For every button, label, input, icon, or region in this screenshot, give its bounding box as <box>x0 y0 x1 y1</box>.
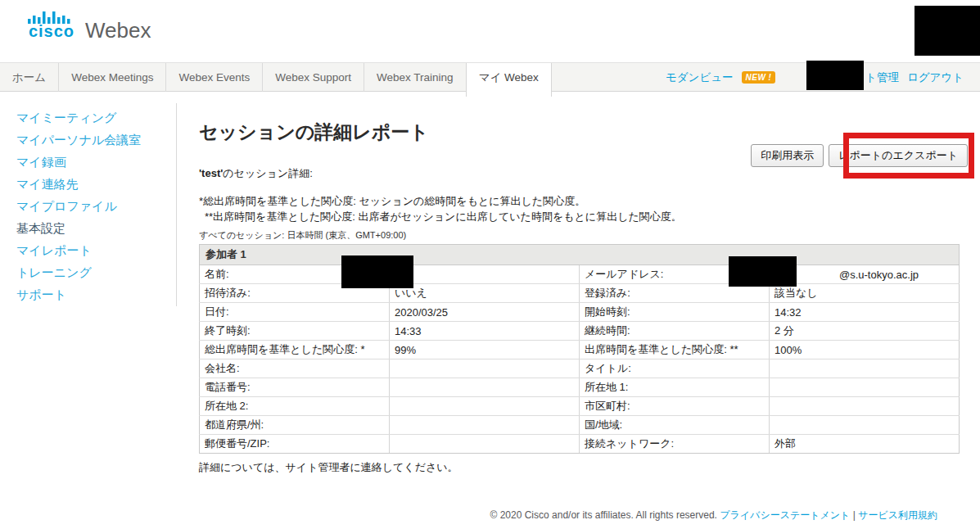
table-value-cell: 99% <box>390 341 580 359</box>
sidebar-item[interactable]: 基本設定 <box>16 217 172 239</box>
table-row: 招待済み:いいえ登録済み:該当なし <box>200 284 960 303</box>
table-label-cell: 出席時間を基準とした関心度: ** <box>580 341 770 359</box>
table-value-cell <box>770 416 960 435</box>
nav-tab[interactable]: Webex Events <box>166 63 263 92</box>
table-value-cell: 2 分 <box>770 322 960 341</box>
table-label-cell: 会社名: <box>200 359 390 378</box>
copyright-text: © 2020 Cisco and/or its affiliates. All … <box>490 509 716 521</box>
table-value-cell: 14:33 <box>390 322 580 341</box>
webex-wordmark: Webex <box>85 20 151 40</box>
participant-table-header: 参加者 1 <box>200 245 960 265</box>
nav-tab[interactable]: Webex Meetings <box>59 63 166 92</box>
privacy-statement-link[interactable]: プライバシーステートメント <box>720 509 850 521</box>
table-label-cell: 国/地域: <box>580 416 770 435</box>
print-view-button[interactable]: 印刷用表示 <box>751 144 824 167</box>
logout-link[interactable]: ログアウト <box>907 70 964 85</box>
sidebar-item[interactable]: マイレポート <box>16 239 172 261</box>
table-label-cell: 都道府県/州: <box>200 416 390 435</box>
table-label-cell: 所在地 2: <box>200 397 390 416</box>
page: cisco Webex ホームWebex MeetingsWebex Event… <box>0 0 980 529</box>
sidebar-item[interactable]: サポート <box>16 283 172 305</box>
nav-tab[interactable]: Webex Support <box>263 63 364 92</box>
table-row: 名前:メールアドレス:@s.u-tokyo.ac.jp <box>200 265 960 284</box>
redaction-box-name <box>341 255 413 288</box>
table-label-cell: 郵便番号/ZIP: <box>200 435 390 454</box>
sidebar-item[interactable]: トレーニング <box>16 261 172 283</box>
table-row: 都道府県/州:国/地域: <box>200 416 960 435</box>
table-row: 総出席時間を基準とした関心度: *99%出席時間を基準とした関心度: **100… <box>200 341 960 359</box>
nav-tab[interactable]: マイ Webex <box>466 63 552 97</box>
action-buttons: 印刷用表示 レポートのエクスポート <box>751 144 968 167</box>
table-value-cell: 14:32 <box>770 303 960 322</box>
contact-admin-note: 詳細については、サイト管理者に連絡してください。 <box>199 460 458 475</box>
table-value-cell <box>390 397 580 416</box>
table-value-cell: 100% <box>770 341 960 359</box>
table-value-cell: いいえ <box>390 284 580 303</box>
sidebar-item[interactable]: マイパーソナル会議室 <box>16 129 172 151</box>
cisco-wordmark: cisco <box>29 24 75 38</box>
table-label-cell: 市区町村: <box>580 397 770 416</box>
table-value-cell: 該当なし <box>770 284 960 303</box>
nav-tabs: ホームWebex MeetingsWebex EventsWebex Suppo… <box>0 63 552 92</box>
page-title: セッションの詳細レポート <box>199 120 429 145</box>
sidebar: マイミーティングマイパーソナル会議室マイ録画マイ連絡先マイプロファイル基本設定マ… <box>16 106 172 305</box>
note-attendance: **出席時間を基準とした関心度: 出席者がセッションに出席していた時間をもとに算… <box>199 209 682 224</box>
table-row: 日付:2020/03/25開始時刻:14:32 <box>200 303 960 322</box>
table-value-cell <box>390 265 580 284</box>
session-intro-rest: のセッション詳細: <box>223 167 312 179</box>
table-value-cell <box>770 359 960 378</box>
table-label-cell: 総出席時間を基準とした関心度: * <box>200 341 390 359</box>
nav-tab[interactable]: Webex Training <box>364 63 467 92</box>
table-value-cell: @s.u-tokyo.ac.jp <box>770 265 960 284</box>
timezone-note: すべてのセッション: 日本時間 (東京、GMT+09:00) <box>199 229 406 242</box>
sidebar-item[interactable]: マイ連絡先 <box>16 173 172 195</box>
redaction-box-corner <box>915 6 980 56</box>
table-label-cell: 終了時刻: <box>200 322 390 341</box>
nav-tab[interactable]: ホーム <box>0 63 59 92</box>
export-report-button[interactable]: レポートのエクスポート <box>829 144 968 167</box>
table-label-cell: 日付: <box>200 303 390 322</box>
table-value-cell <box>390 416 580 435</box>
attention-notes: *総出席時間を基準とした関心度: セッションの総時間をもとに算出した関心度。 *… <box>199 193 682 224</box>
table-value-cell <box>770 378 960 397</box>
table-row: 終了時刻:14:33継続時間:2 分 <box>200 322 960 341</box>
table-label-cell: 継続時間: <box>580 322 770 341</box>
table-value-cell: 外部 <box>770 435 960 454</box>
table-label-cell: 接続ネットワーク: <box>580 435 770 454</box>
table-value-cell <box>770 397 960 416</box>
table-row: 郵便番号/ZIP:接続ネットワーク:外部 <box>200 435 960 454</box>
session-intro: 'test'のセッション詳細: <box>199 166 313 181</box>
cisco-webex-logo: cisco Webex <box>26 11 151 38</box>
participant-table: 参加者 1 名前:メールアドレス:@s.u-tokyo.ac.jp招待済み:いい… <box>199 244 960 454</box>
table-value-cell: 2020/03/25 <box>390 303 580 322</box>
note-total-attendance: *総出席時間を基準とした関心度: セッションの総時間をもとに算出した関心度。 <box>199 193 682 209</box>
new-badge: NEW ! <box>742 71 776 84</box>
sidebar-divider <box>176 103 177 306</box>
modern-view-link[interactable]: モダンビュー <box>666 70 734 85</box>
footer-separator: | <box>853 509 856 521</box>
table-value-cell <box>390 359 580 378</box>
session-name: 'test' <box>199 167 223 179</box>
sidebar-item[interactable]: マイ録画 <box>16 151 172 173</box>
table-label-cell: 所在地 1: <box>580 378 770 397</box>
table-value-cell <box>390 378 580 397</box>
terms-of-service-link[interactable]: サービス利用規約 <box>858 509 937 521</box>
table-row: 所在地 2:市区町村: <box>200 397 960 416</box>
redaction-box-email <box>729 256 797 287</box>
table-value-cell <box>390 435 580 454</box>
table-row: 電話番号:所在地 1: <box>200 378 960 397</box>
redaction-box-username <box>806 61 864 90</box>
footer: © 2020 Cisco and/or its affiliates. All … <box>490 509 937 522</box>
sidebar-item[interactable]: マイミーティング <box>16 106 172 129</box>
table-row: 会社名:タイトル: <box>200 359 960 378</box>
table-label-cell: タイトル: <box>580 359 770 378</box>
sidebar-item[interactable]: マイプロファイル <box>16 195 172 217</box>
table-label-cell: 開始時刻: <box>580 303 770 322</box>
table-label-cell: 電話番号: <box>200 378 390 397</box>
